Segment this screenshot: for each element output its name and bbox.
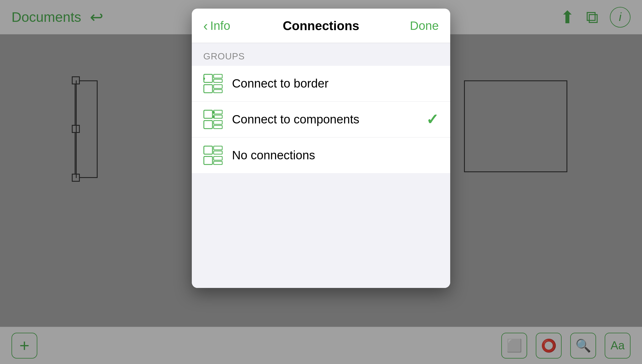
svg-rect-9 (214, 115, 222, 118)
section-header: GROUPS (192, 43, 450, 66)
section-label: GROUPS (203, 51, 245, 61)
svg-rect-12 (214, 125, 222, 129)
option-no-connections[interactable]: No connections (192, 138, 450, 173)
svg-rect-3 (204, 85, 212, 93)
back-button[interactable]: ‹ Info (203, 18, 230, 34)
svg-rect-11 (214, 121, 222, 124)
svg-rect-18 (204, 156, 212, 164)
modal-empty-area (192, 173, 450, 288)
connect-components-label: Connect to components (232, 113, 426, 126)
svg-rect-16 (214, 146, 222, 150)
svg-rect-15 (204, 146, 212, 154)
done-button[interactable]: Done (410, 19, 439, 33)
connect-components-icon (203, 110, 223, 129)
svg-rect-17 (214, 151, 222, 154)
svg-point-13 (212, 111, 215, 113)
options-list: Connect to border Connect to components … (192, 66, 450, 173)
connect-border-icon (203, 74, 223, 93)
no-connections-label: No connections (232, 148, 439, 162)
modal-title: Connections (283, 19, 359, 33)
option-connect-border[interactable]: Connect to border (192, 66, 450, 102)
option-connect-components[interactable]: Connect to components ✓ (192, 102, 450, 138)
connect-border-label: Connect to border (232, 77, 439, 90)
svg-rect-8 (214, 110, 222, 114)
svg-rect-19 (214, 156, 222, 160)
modal-header: ‹ Info Connections Done (192, 9, 450, 43)
no-connections-icon (203, 146, 223, 165)
svg-rect-5 (214, 90, 222, 93)
svg-rect-4 (214, 85, 222, 88)
svg-point-6 (203, 78, 205, 80)
svg-rect-10 (204, 121, 212, 129)
back-label: Info (210, 19, 230, 33)
svg-point-14 (212, 116, 215, 118)
svg-rect-20 (214, 161, 222, 164)
svg-rect-7 (204, 110, 212, 118)
svg-rect-2 (214, 79, 222, 82)
connections-modal: ‹ Info Connections Done GROUPS Connect t… (192, 9, 450, 288)
selected-checkmark: ✓ (426, 111, 439, 128)
back-chevron-icon: ‹ (203, 18, 208, 34)
svg-rect-1 (214, 74, 222, 78)
svg-rect-0 (204, 74, 212, 82)
